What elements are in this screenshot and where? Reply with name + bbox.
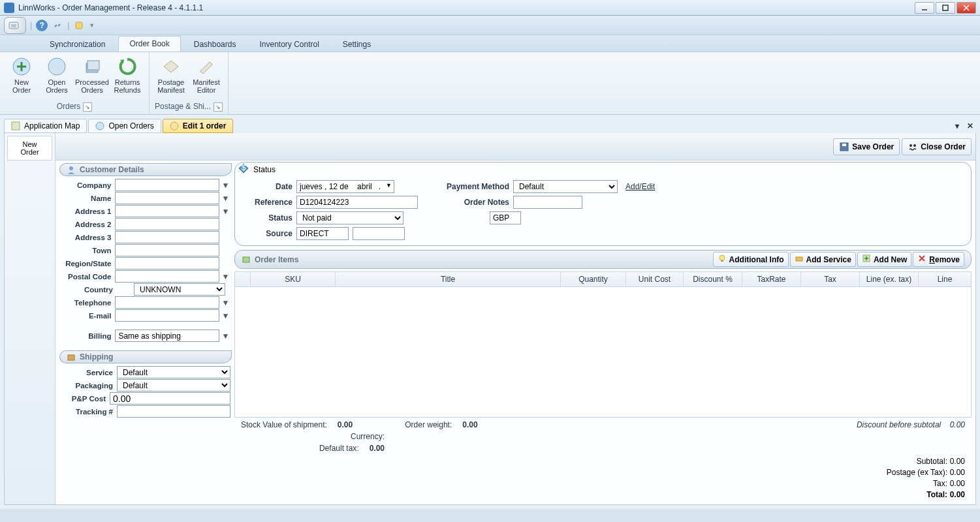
disclosure-icon[interactable]: ▼ (221, 331, 230, 341)
date-dropdown-icon[interactable]: ▼ (386, 182, 392, 189)
help-icon[interactable]: ? (36, 20, 48, 31)
ribbon-group-postage-label: Postage & Shi... (155, 102, 211, 111)
col-tax[interactable]: Tax (801, 272, 860, 286)
save-order-button[interactable]: Save Order (833, 138, 900, 155)
additional-info-button[interactable]: Additional Info (713, 252, 789, 267)
company-input[interactable] (115, 179, 219, 191)
tab-settings[interactable]: Settings (332, 37, 381, 52)
minimize-button[interactable] (915, 2, 934, 14)
ribbon-group-orders-label: Orders (57, 102, 81, 111)
add-service-button[interactable]: Add Service (790, 252, 856, 267)
currency-label: Currency: (351, 432, 385, 441)
col-unit-cost[interactable]: Unit Cost (626, 272, 684, 286)
manifest-editor-icon (196, 56, 217, 77)
status-panel: $ Status Date ▼ R (234, 162, 972, 246)
disclosure-icon[interactable]: ▼ (221, 311, 230, 320)
source-input[interactable] (296, 227, 349, 240)
col-sku[interactable]: SKU (251, 272, 336, 286)
save-icon (839, 142, 849, 152)
date-input[interactable] (296, 180, 394, 193)
sidebar-item-new-order[interactable]: New Order (7, 136, 52, 161)
service-icon (795, 254, 804, 265)
svg-rect-11 (12, 122, 20, 130)
maximize-button[interactable] (936, 2, 955, 14)
tool-icon[interactable] (73, 20, 85, 31)
doctab-open-orders[interactable]: Open Orders (88, 119, 161, 133)
region-input[interactable] (115, 257, 219, 269)
customer-details-header: Customer Details (59, 163, 232, 176)
address2-input[interactable] (115, 218, 219, 230)
col-line-ex[interactable]: Line (ex. tax) (860, 272, 919, 286)
window-title: LinnWorks - Order Management - Release 4… (18, 3, 915, 12)
tab-synchronization[interactable]: Synchronization (39, 37, 116, 52)
doctab-options-icon[interactable]: ▾ (951, 120, 963, 132)
address1-input[interactable] (115, 205, 219, 217)
payment-method-select[interactable]: Default (513, 180, 618, 193)
orders-icon (95, 121, 104, 130)
tax-label: Tax: (933, 479, 947, 488)
items-grid-body[interactable] (234, 287, 972, 418)
returns-icon (117, 56, 138, 77)
disclosure-icon[interactable]: ▼ (221, 272, 230, 281)
col-taxrate[interactable]: TaxRate (742, 272, 801, 286)
doctab-edit-order[interactable]: Edit 1 order (163, 119, 234, 133)
remove-button[interactable]: RRemoveemove (913, 252, 964, 267)
postage-manifest-button[interactable]: Postage Manifest (153, 55, 189, 100)
doctab-close-icon[interactable]: ✕ (964, 120, 976, 132)
svg-text:$: $ (242, 163, 246, 172)
open-orders-button[interactable]: Open Orders (39, 55, 74, 100)
postage-group-expander-icon[interactable]: ↘ (213, 102, 223, 112)
status-select[interactable]: Not paid (296, 211, 403, 224)
source-extra-input[interactable] (353, 227, 405, 240)
tracking-input[interactable] (117, 405, 230, 418)
svg-rect-19 (68, 355, 74, 360)
close-window-button[interactable] (956, 2, 976, 14)
add-new-button[interactable]: Add New (857, 252, 911, 267)
name-input[interactable] (115, 192, 219, 204)
orders-group-expander-icon[interactable]: ↘ (83, 102, 92, 112)
postal-input[interactable] (115, 270, 219, 283)
svg-rect-10 (87, 61, 99, 70)
col-quantity[interactable]: Quantity (561, 272, 626, 286)
new-order-button[interactable]: New Order (4, 55, 39, 100)
addedit-link[interactable]: Add/Edit (625, 182, 655, 191)
disclosure-icon[interactable]: ▼ (221, 194, 230, 203)
tab-inventory-control[interactable]: Inventory Control (249, 37, 329, 52)
service-select[interactable]: Default (117, 366, 230, 378)
qat-dropdown-icon[interactable]: ▼ (89, 22, 95, 29)
disclosure-icon[interactable]: ▼ (221, 181, 230, 190)
tab-order-book[interactable]: Order Book (118, 36, 180, 52)
tab-dashboards[interactable]: Dashboards (183, 37, 247, 52)
country-select[interactable]: UNKNOWN (134, 283, 225, 296)
telephone-input[interactable] (115, 296, 219, 309)
col-title[interactable]: Title (336, 272, 561, 286)
returns-refunds-button[interactable]: Returns Refunds (110, 55, 145, 100)
col-line[interactable]: Line (919, 272, 971, 286)
packaging-select[interactable]: Default (117, 379, 230, 392)
map-icon (11, 121, 20, 130)
town-input[interactable] (115, 244, 219, 256)
billing-input[interactable] (115, 330, 219, 342)
col-discount[interactable]: Discount % (684, 272, 742, 286)
doctab-application-map[interactable]: Application Map (4, 119, 87, 133)
close-order-button[interactable]: Close Order (902, 138, 972, 155)
app-menu-button[interactable] (4, 17, 26, 34)
lightbulb-icon (718, 254, 727, 265)
ribbon-tabs: Synchronization Order Book Dashboards In… (0, 35, 980, 52)
postage-label: Postage (ex Tax): (887, 468, 947, 477)
box-icon (67, 352, 76, 361)
link-icon[interactable] (52, 20, 63, 31)
processed-orders-button[interactable]: Processed Orders (74, 55, 110, 100)
svg-rect-15 (842, 144, 846, 146)
ppcost-input[interactable] (110, 392, 230, 405)
order-notes-input[interactable] (513, 196, 582, 209)
reference-input[interactable] (296, 196, 418, 209)
manifest-editor-button[interactable]: Manifest Editor (189, 55, 224, 100)
address3-input[interactable] (115, 231, 219, 243)
email-input[interactable] (115, 309, 219, 322)
disclosure-icon[interactable]: ▼ (221, 298, 230, 307)
currency-input[interactable] (490, 211, 521, 224)
svg-rect-1 (943, 5, 948, 10)
order-items-panel: Order Items Additional Info Add Service (234, 249, 972, 500)
disclosure-icon[interactable]: ▼ (221, 207, 230, 216)
